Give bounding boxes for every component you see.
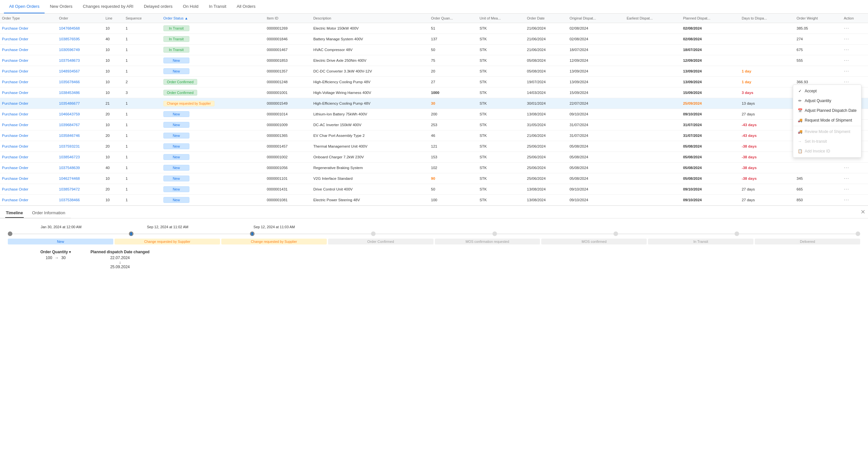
table-row: Purchase Order 1038579472 20 1 New 00000… — [0, 184, 868, 195]
action-dots[interactable]: ··· — [844, 25, 849, 31]
tab-new-orders[interactable]: New Orders — [44, 0, 78, 13]
cell-early-disp — [625, 130, 681, 141]
cell-item-id: 0000001081 — [265, 195, 311, 205]
cell-days-disp: 27 days — [740, 195, 795, 205]
cell-order: 1037538466 — [57, 195, 103, 205]
col-order[interactable]: Order — [57, 14, 103, 23]
cell-unit: STK — [477, 109, 525, 120]
col-sequence[interactable]: Sequence — [124, 14, 161, 23]
timeline-node-2: 👤 — [129, 232, 133, 236]
col-early-disp[interactable]: Earliest Dispat... — [625, 14, 681, 23]
action-dots[interactable]: ··· — [844, 68, 849, 74]
dispatch-change-title: Planned dispatch Date changed — [91, 250, 149, 254]
ctx-accept[interactable]: ✓ Accept — [793, 86, 861, 96]
tab-on-hold[interactable]: On Hold — [178, 0, 204, 13]
ctx-adjust-qty[interactable]: ✏ Adjust Quantity — [793, 96, 861, 106]
cell-seq: 1 — [124, 195, 161, 205]
table-row: Purchase Order 1038453486 10 3 Order Con… — [0, 88, 868, 98]
action-dots[interactable]: ··· — [844, 36, 849, 42]
cell-item-id: 0000001269 — [265, 23, 311, 34]
cell-plan-disp: 05/08/2024 — [681, 141, 740, 152]
cell-days-disp: 27 days — [740, 184, 795, 195]
col-planned-disp[interactable]: Planned Dispat... — [681, 14, 740, 23]
cell-action[interactable]: ··· — [842, 34, 868, 44]
col-orig-disp[interactable]: Original Dispat... — [567, 14, 625, 23]
tl-label-delivered: Delivered — [755, 239, 860, 244]
ctx-set-transit: → Set In-transit — [793, 137, 861, 146]
cell-status: In Transit — [161, 23, 265, 34]
col-order-date[interactable]: Order Date — [525, 14, 567, 23]
tab-all-orders[interactable]: All Orders — [231, 0, 261, 13]
cell-action[interactable]: ··· — [842, 55, 868, 66]
col-days-disp[interactable]: Days to Dispa... — [740, 14, 795, 23]
action-dots[interactable]: ··· — [844, 79, 849, 84]
col-action[interactable]: Action — [842, 14, 868, 23]
cell-orig-disp: 31/07/2024 — [567, 130, 625, 141]
cell-plan-disp: 13/09/2024 — [681, 77, 740, 88]
tab-changes-ari[interactable]: Changes requested by ARI — [78, 0, 138, 13]
tab-delayed[interactable]: Delayed orders — [138, 0, 178, 13]
cell-action[interactable]: ··· — [842, 163, 868, 173]
cell-description: EV Char Port Assembly Type 2 — [311, 130, 429, 141]
cell-item-id: 0000001365 — [265, 130, 311, 141]
context-menu: ✓ Accept ✏ Adjust Quantity 📅 Adjust Plan… — [793, 84, 862, 158]
table-row: Purchase Order 1038546723 10 1 New 00000… — [0, 152, 868, 163]
col-line[interactable]: Line — [103, 14, 124, 23]
col-order-status[interactable]: Order Status ▲ — [161, 14, 265, 23]
action-dots[interactable]: ··· — [844, 58, 849, 63]
tab-order-information[interactable]: Order Information — [32, 208, 66, 218]
cell-seq: 1 — [124, 109, 161, 120]
ctx-request-mos[interactable]: 🚚 Request Mode of Shipment — [793, 115, 861, 125]
col-description[interactable]: Description — [311, 14, 429, 23]
cell-early-disp — [625, 152, 681, 163]
cell-unit: STK — [477, 55, 525, 66]
cell-order-date: 13/08/2024 — [525, 109, 567, 120]
cell-description: Lithium-Ion Battery 75kWh 400V — [311, 109, 429, 120]
cell-action[interactable]: ··· — [842, 173, 868, 184]
col-unit-mea[interactable]: Unit of Mea... — [477, 14, 525, 23]
cell-item-id: 0000001002 — [265, 152, 311, 163]
cell-order-type: Purchase Order — [0, 141, 57, 152]
cell-days-disp: -43 days — [740, 130, 795, 141]
ctx-adjust-dispatch[interactable]: 📅 Adjust Planned Dispatch Date — [793, 106, 861, 115]
cell-days-disp — [740, 44, 795, 55]
cell-order-date: 25/06/2024 — [525, 163, 567, 173]
cell-description: High-Efficiency Cooling Pump 48V — [311, 98, 429, 109]
cell-early-disp — [625, 141, 681, 152]
cell-early-disp — [625, 55, 681, 66]
action-dots[interactable]: ··· — [844, 47, 849, 52]
cell-orig-disp: 15/09/2024 — [567, 88, 625, 98]
cell-action[interactable]: ··· — [842, 184, 868, 195]
action-dots[interactable]: ··· — [844, 186, 849, 192]
action-dots[interactable]: ··· — [844, 165, 849, 170]
cell-action[interactable]: ··· — [842, 44, 868, 55]
cell-action[interactable]: ··· — [842, 66, 868, 77]
cell-plan-disp: 18/07/2024 — [681, 44, 740, 55]
action-dots[interactable]: ··· — [844, 175, 849, 181]
cell-order-date: 21/06/2024 — [525, 34, 567, 44]
cell-action[interactable]: ··· — [842, 23, 868, 34]
cell-order: 1046274468 — [57, 173, 103, 184]
col-order-type[interactable]: Order Type — [0, 14, 57, 23]
cell-line: 10 — [103, 120, 124, 130]
table-row: Purchase Order 1047684568 10 1 In Transi… — [0, 23, 868, 34]
cell-order-type: Purchase Order — [0, 98, 57, 109]
tab-all-open-orders[interactable]: All Open Orders — [4, 0, 44, 13]
close-button[interactable]: ✕ — [858, 208, 868, 216]
col-item-id[interactable]: Item ID — [265, 14, 311, 23]
col-weight[interactable]: Order Weight — [795, 14, 842, 23]
cell-plan-disp: 05/08/2024 — [681, 173, 740, 184]
cell-description: High-Efficiency Cooling Pump 48V — [311, 77, 429, 88]
cell-seq: 1 — [124, 152, 161, 163]
table-row: Purchase Order 1035846746 20 1 New 00000… — [0, 130, 868, 141]
action-dots[interactable]: ··· — [844, 197, 849, 203]
cell-qty: 153 — [429, 152, 477, 163]
table-row: Purchase Order 1037548639 40 1 New 00000… — [0, 163, 868, 173]
cell-action[interactable]: ··· — [842, 195, 868, 205]
tab-timeline[interactable]: Timeline — [5, 208, 24, 218]
cell-status: New — [161, 141, 265, 152]
cell-order-date: 21/06/2024 — [525, 23, 567, 34]
col-order-qty[interactable]: Order Quan... — [429, 14, 477, 23]
cell-early-disp — [625, 34, 681, 44]
tab-in-transit[interactable]: In Transit — [204, 0, 231, 13]
